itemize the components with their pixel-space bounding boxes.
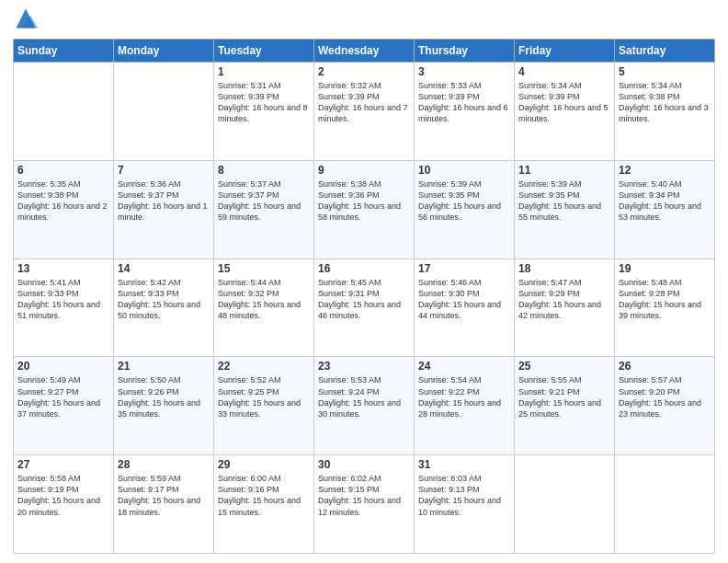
day-number: 29 [218,458,310,471]
day-number: 25 [518,360,610,373]
calendar-cell: 13Sunrise: 5:41 AM Sunset: 9:33 PM Dayli… [14,259,114,357]
calendar-cell: 26Sunrise: 5:57 AM Sunset: 9:20 PM Dayli… [615,357,715,455]
calendar-cell: 2Sunrise: 5:32 AM Sunset: 9:39 PM Daylig… [314,63,415,161]
day-number: 19 [619,262,711,275]
calendar-cell: 11Sunrise: 5:39 AM Sunset: 9:35 PM Dayli… [515,160,615,259]
calendar-row: 13Sunrise: 5:41 AM Sunset: 9:33 PM Dayli… [14,259,715,357]
calendar-cell: 18Sunrise: 5:47 AM Sunset: 9:29 PM Dayli… [515,259,615,357]
calendar-cell: 3Sunrise: 5:33 AM Sunset: 9:39 PM Daylig… [415,63,515,161]
day-info: Sunrise: 6:03 AM Sunset: 9:13 PM Dayligh… [418,473,510,518]
header [13,9,715,31]
day-info: Sunrise: 5:39 AM Sunset: 9:35 PM Dayligh… [418,178,510,224]
calendar-cell: 9Sunrise: 5:38 AM Sunset: 9:36 PM Daylig… [314,160,415,259]
day-number: 21 [118,360,210,373]
day-info: Sunrise: 5:33 AM Sunset: 9:39 PM Dayligh… [418,80,510,125]
day-info: Sunrise: 5:49 AM Sunset: 9:27 PM Dayligh… [17,374,109,419]
calendar-cell: 31Sunrise: 6:03 AM Sunset: 9:13 PM Dayli… [415,455,515,554]
calendar-cell: 10Sunrise: 5:39 AM Sunset: 9:35 PM Dayli… [415,160,515,259]
day-number: 11 [518,164,610,177]
day-info: Sunrise: 6:02 AM Sunset: 9:15 PM Dayligh… [318,473,410,518]
header-cell-monday: Monday [114,40,214,63]
day-info: Sunrise: 5:59 AM Sunset: 9:17 PM Dayligh… [118,473,210,518]
calendar-cell: 27Sunrise: 5:58 AM Sunset: 9:19 PM Dayli… [14,455,114,554]
day-info: Sunrise: 5:55 AM Sunset: 9:21 PM Dayligh… [518,374,610,419]
calendar-cell: 22Sunrise: 5:52 AM Sunset: 9:25 PM Dayli… [214,357,314,455]
day-info: Sunrise: 5:45 AM Sunset: 9:31 PM Dayligh… [318,277,410,322]
day-number: 22 [218,360,310,373]
day-info: Sunrise: 5:53 AM Sunset: 9:24 PM Dayligh… [318,374,410,419]
day-number: 18 [518,262,610,275]
calendar-cell: 6Sunrise: 5:35 AM Sunset: 9:38 PM Daylig… [14,160,114,259]
day-info: Sunrise: 5:36 AM Sunset: 9:37 PM Dayligh… [118,178,210,224]
day-number: 9 [318,164,410,177]
calendar-cell: 24Sunrise: 5:54 AM Sunset: 9:22 PM Dayli… [415,357,515,455]
calendar-cell [14,63,114,161]
logo [13,9,42,31]
calendar-table: SundayMondayTuesdayWednesdayThursdayFrid… [13,39,715,554]
calendar-body: 1Sunrise: 5:31 AM Sunset: 9:39 PM Daylig… [14,63,715,554]
calendar-cell [114,63,214,161]
header-cell-wednesday: Wednesday [314,40,415,63]
calendar-header: SundayMondayTuesdayWednesdayThursdayFrid… [14,40,715,63]
day-number: 30 [318,458,410,471]
day-info: Sunrise: 5:35 AM Sunset: 9:38 PM Dayligh… [17,178,109,224]
day-number: 2 [318,65,410,78]
day-info: Sunrise: 5:42 AM Sunset: 9:33 PM Dayligh… [118,277,210,322]
day-info: Sunrise: 6:00 AM Sunset: 9:16 PM Dayligh… [218,473,310,518]
calendar-cell: 15Sunrise: 5:44 AM Sunset: 9:32 PM Dayli… [214,259,314,357]
calendar-cell: 16Sunrise: 5:45 AM Sunset: 9:31 PM Dayli… [314,259,415,357]
calendar-cell: 19Sunrise: 5:48 AM Sunset: 9:28 PM Dayli… [615,259,715,357]
day-number: 5 [619,65,711,78]
calendar-cell [615,455,715,554]
calendar-row: 1Sunrise: 5:31 AM Sunset: 9:39 PM Daylig… [14,63,715,161]
day-number: 14 [118,262,210,275]
header-cell-sunday: Sunday [14,40,114,63]
day-number: 28 [118,458,210,471]
day-number: 8 [218,164,310,177]
day-info: Sunrise: 5:54 AM Sunset: 9:22 PM Dayligh… [418,374,510,419]
day-info: Sunrise: 5:46 AM Sunset: 9:30 PM Dayligh… [418,277,510,322]
calendar-cell: 23Sunrise: 5:53 AM Sunset: 9:24 PM Dayli… [314,357,415,455]
calendar-cell: 25Sunrise: 5:55 AM Sunset: 9:21 PM Dayli… [515,357,615,455]
logo-icon [13,6,39,31]
calendar-cell: 21Sunrise: 5:50 AM Sunset: 9:26 PM Dayli… [114,357,214,455]
day-number: 31 [418,458,510,471]
day-info: Sunrise: 5:50 AM Sunset: 9:26 PM Dayligh… [118,374,210,419]
day-info: Sunrise: 5:47 AM Sunset: 9:29 PM Dayligh… [518,277,610,322]
day-number: 1 [218,65,310,78]
day-info: Sunrise: 5:44 AM Sunset: 9:32 PM Dayligh… [218,277,310,322]
calendar-cell: 17Sunrise: 5:46 AM Sunset: 9:30 PM Dayli… [415,259,515,357]
day-info: Sunrise: 5:58 AM Sunset: 9:19 PM Dayligh… [17,473,109,518]
day-info: Sunrise: 5:31 AM Sunset: 9:39 PM Dayligh… [218,80,310,125]
header-cell-thursday: Thursday [415,40,515,63]
calendar-cell: 29Sunrise: 6:00 AM Sunset: 9:16 PM Dayli… [214,455,314,554]
header-row: SundayMondayTuesdayWednesdayThursdayFrid… [14,40,715,63]
page: SundayMondayTuesdayWednesdayThursdayFrid… [0,0,728,563]
day-number: 27 [17,458,109,471]
day-number: 6 [17,164,109,177]
calendar-row: 6Sunrise: 5:35 AM Sunset: 9:38 PM Daylig… [14,160,715,259]
day-info: Sunrise: 5:34 AM Sunset: 9:38 PM Dayligh… [619,80,711,125]
day-info: Sunrise: 5:39 AM Sunset: 9:35 PM Dayligh… [518,178,610,224]
day-number: 16 [318,262,410,275]
calendar-cell: 8Sunrise: 5:37 AM Sunset: 9:37 PM Daylig… [214,160,314,259]
day-info: Sunrise: 5:48 AM Sunset: 9:28 PM Dayligh… [619,277,711,322]
day-number: 23 [318,360,410,373]
calendar-cell: 30Sunrise: 6:02 AM Sunset: 9:15 PM Dayli… [314,455,415,554]
calendar-cell: 7Sunrise: 5:36 AM Sunset: 9:37 PM Daylig… [114,160,214,259]
day-number: 17 [418,262,510,275]
header-cell-friday: Friday [515,40,615,63]
day-number: 26 [619,360,711,373]
calendar-cell: 20Sunrise: 5:49 AM Sunset: 9:27 PM Dayli… [14,357,114,455]
calendar-cell: 4Sunrise: 5:34 AM Sunset: 9:39 PM Daylig… [515,63,615,161]
day-info: Sunrise: 5:52 AM Sunset: 9:25 PM Dayligh… [218,374,310,419]
day-info: Sunrise: 5:40 AM Sunset: 9:34 PM Dayligh… [619,178,711,224]
day-info: Sunrise: 5:57 AM Sunset: 9:20 PM Dayligh… [619,374,711,419]
calendar-row: 20Sunrise: 5:49 AM Sunset: 9:27 PM Dayli… [14,357,715,455]
day-number: 10 [418,164,510,177]
day-info: Sunrise: 5:41 AM Sunset: 9:33 PM Dayligh… [17,277,109,322]
calendar-row: 27Sunrise: 5:58 AM Sunset: 9:19 PM Dayli… [14,455,715,554]
header-cell-saturday: Saturday [615,40,715,63]
calendar-cell: 28Sunrise: 5:59 AM Sunset: 9:17 PM Dayli… [114,455,214,554]
day-info: Sunrise: 5:32 AM Sunset: 9:39 PM Dayligh… [318,80,410,125]
